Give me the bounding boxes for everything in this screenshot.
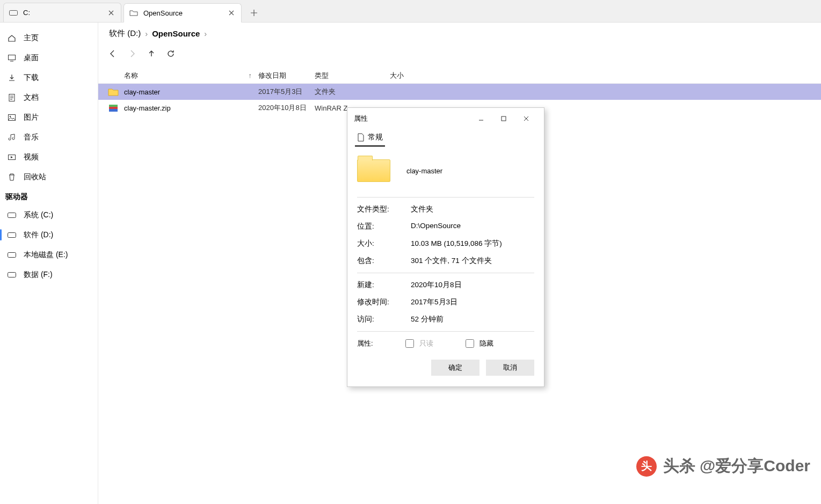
breadcrumb: 软件 (D:) › OpenSource › [98, 23, 821, 44]
back-button[interactable] [105, 46, 121, 62]
sidebar-item-videos[interactable]: 视频 [0, 147, 98, 167]
sort-up-icon: ↑ [249, 71, 252, 79]
sidebar-item-drive-f[interactable]: 数据 (F:) [0, 265, 98, 284]
folder-icon [129, 9, 138, 17]
watermark-icon: 头 [636, 456, 657, 477]
cancel-button[interactable]: 取消 [486, 360, 534, 376]
sidebar-item-drive-c[interactable]: 系统 (C:) [0, 205, 98, 225]
item-name: clay-master [406, 167, 442, 175]
file-name: clay-master [124, 88, 258, 96]
label-size: 大小: [357, 239, 411, 249]
svg-rect-0 [10, 10, 18, 15]
sidebar-item-recycle[interactable]: 回收站 [0, 167, 98, 187]
column-name[interactable]: 名称↑ [124, 71, 258, 81]
column-date[interactable]: 修改日期 [258, 71, 315, 81]
checkbox-readonly[interactable]: 只读 [405, 339, 433, 348]
maximize-button[interactable] [492, 111, 515, 127]
value-filetype: 文件夹 [411, 204, 433, 214]
value-created: 2020年10月8日 [411, 280, 462, 290]
ok-button[interactable]: 确定 [431, 360, 479, 376]
svg-rect-6 [8, 213, 16, 217]
column-type[interactable]: 类型 [315, 71, 390, 81]
watermark: 头 头杀 @爱分享Coder [636, 455, 810, 477]
dialog-title: 属性 [354, 114, 368, 123]
file-type: 文件夹 [315, 87, 390, 97]
folder-icon [108, 86, 119, 97]
home-icon [8, 34, 16, 42]
sidebar-item-music[interactable]: 音乐 [0, 127, 98, 147]
dialog-titlebar[interactable]: 属性 [347, 108, 544, 129]
svg-rect-12 [109, 107, 118, 109]
svg-rect-1 [9, 55, 16, 60]
label-contains: 包含: [357, 256, 411, 266]
dialog-header: clay-master [357, 155, 534, 192]
sidebar: 主页 桌面 下载 文档 图片 音乐 视频 回收站 驱动器 系统 (C:) 软件 … [0, 23, 98, 504]
sidebar-item-documents[interactable]: 文档 [0, 87, 98, 107]
checkbox-hidden[interactable]: 隐藏 [466, 339, 493, 348]
svg-point-4 [10, 115, 11, 116]
document-icon [8, 93, 16, 102]
sidebar-item-downloads[interactable]: 下载 [0, 68, 98, 87]
tab-label: OpenSource [143, 9, 227, 17]
drive-icon [8, 211, 16, 220]
label-created: 新建: [357, 280, 411, 290]
chevron-right-icon: › [145, 29, 148, 38]
download-icon [8, 74, 16, 82]
trash-icon [8, 173, 16, 181]
column-size[interactable]: 大小 [390, 71, 438, 81]
chevron-right-icon: › [204, 29, 207, 38]
drive-icon [8, 231, 16, 239]
tab-general[interactable]: 常规 [355, 129, 385, 147]
forward-button[interactable] [124, 46, 140, 62]
folder-icon [357, 159, 390, 182]
file-date: 2020年10月8日 [258, 103, 315, 113]
drive-icon [8, 271, 16, 279]
svg-rect-3 [9, 114, 16, 120]
archive-icon [108, 103, 119, 113]
minimize-button[interactable] [470, 111, 492, 127]
drive-icon [9, 9, 18, 17]
tab-opensource[interactable]: OpenSource [123, 3, 242, 23]
svg-rect-8 [8, 252, 16, 257]
picture-icon [8, 113, 16, 122]
svg-rect-14 [502, 116, 506, 121]
video-icon [8, 153, 16, 162]
close-icon[interactable] [107, 9, 115, 17]
file-name: clay-master.zip [124, 104, 258, 112]
refresh-button[interactable] [163, 46, 179, 62]
label-attributes: 属性: [357, 339, 373, 348]
label-location: 位置: [357, 222, 411, 231]
new-tab-button[interactable] [247, 6, 261, 20]
sidebar-item-desktop[interactable]: 桌面 [0, 48, 98, 68]
value-modified: 2017年5月3日 [411, 297, 457, 307]
file-row[interactable]: clay-master 2017年5月3日 文件夹 [98, 84, 821, 100]
label-accessed: 访问: [357, 315, 411, 324]
sidebar-item-drive-e[interactable]: 本地磁盘 (E:) [0, 245, 98, 265]
list-header: 名称↑ 修改日期 类型 大小 [98, 68, 821, 84]
value-accessed: 52 分钟前 [411, 315, 444, 324]
file-date: 2017年5月3日 [258, 87, 315, 97]
sidebar-drives-header: 驱动器 [0, 187, 98, 205]
tab-c-drive[interactable]: C: [3, 3, 121, 22]
value-contains: 301 个文件, 71 个文件夹 [411, 256, 492, 266]
label-filetype: 文件类型: [357, 204, 411, 214]
nav-toolbar [98, 44, 821, 63]
svg-rect-13 [109, 109, 118, 112]
properties-dialog: 属性 常规 clay-master 文件类型:文件夹 位置:D:\OpenSou… [347, 107, 544, 387]
up-button[interactable] [143, 46, 159, 62]
breadcrumb-root[interactable]: 软件 (D:) [109, 28, 141, 39]
svg-rect-11 [109, 105, 118, 107]
close-button[interactable] [515, 111, 537, 127]
label-modified: 修改时间: [357, 297, 411, 307]
sidebar-item-drive-d[interactable]: 软件 (D:) [0, 225, 98, 245]
close-icon[interactable] [227, 9, 236, 17]
breadcrumb-current[interactable]: OpenSource [152, 29, 200, 38]
desktop-icon [8, 54, 16, 62]
sidebar-item-home[interactable]: 主页 [0, 28, 98, 48]
tab-bar: C: OpenSource [0, 0, 821, 23]
value-location: D:\OpenSource [411, 222, 461, 231]
value-size: 10.03 MB (10,519,086 字节) [411, 239, 502, 249]
sidebar-item-pictures[interactable]: 图片 [0, 107, 98, 127]
svg-rect-9 [8, 272, 16, 277]
tab-label: C: [23, 9, 107, 17]
